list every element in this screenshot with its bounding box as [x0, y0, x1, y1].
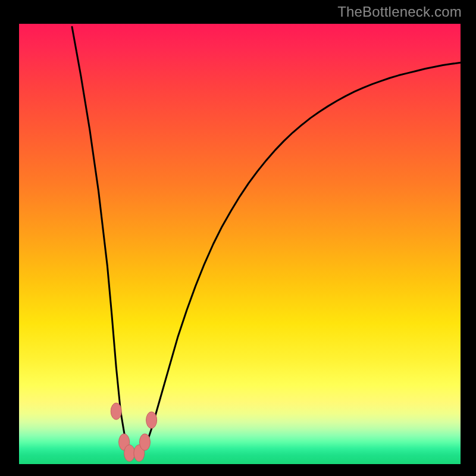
chart-marker [111, 403, 121, 419]
chart-marker [124, 445, 135, 462]
chart-svg [19, 24, 461, 464]
chart-marker [139, 434, 150, 450]
chart-curve [72, 27, 461, 455]
bottleneck-curve-path [72, 27, 461, 455]
chart-marker [146, 412, 157, 428]
chart-container: TheBottleneck.com [0, 0, 476, 476]
attribution-text: TheBottleneck.com [337, 4, 462, 20]
plot-area [19, 24, 461, 464]
